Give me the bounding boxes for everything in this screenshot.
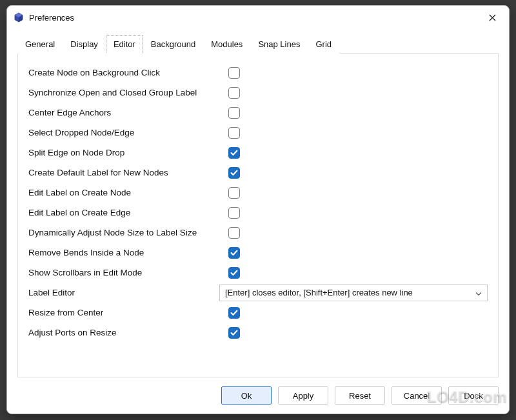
tab-modules[interactable]: Modules bbox=[203, 35, 250, 54]
option-label: Remove Bends Inside a Node bbox=[28, 248, 228, 257]
checkbox[interactable] bbox=[228, 107, 240, 119]
label-editor-value: [Enter] closes editor, [Shift+Enter] cre… bbox=[225, 288, 413, 297]
check-icon bbox=[230, 170, 238, 176]
check-icon bbox=[230, 150, 238, 156]
close-button[interactable] bbox=[483, 8, 501, 26]
dock-button[interactable]: Dock bbox=[448, 386, 499, 405]
tab-editor[interactable]: Editor bbox=[106, 35, 143, 54]
window-title: Preferences bbox=[29, 13, 483, 23]
tab-general[interactable]: General bbox=[17, 35, 63, 54]
cancel-button[interactable]: Cancel bbox=[392, 386, 442, 405]
check-icon bbox=[230, 330, 238, 336]
option-label: Select Dropped Node/Edge bbox=[28, 128, 228, 137]
option-row: Adjust Ports on Resize bbox=[28, 323, 488, 343]
tab-background[interactable]: Background bbox=[143, 35, 203, 54]
option-label: Show Scrollbars in Edit Mode bbox=[28, 268, 228, 277]
titlebar: Preferences bbox=[7, 6, 509, 29]
checkbox[interactable] bbox=[228, 67, 240, 79]
checkbox[interactable] bbox=[228, 267, 240, 279]
option-label: Create Node on Background Click bbox=[28, 68, 228, 77]
option-label: Adjust Ports on Resize bbox=[28, 328, 228, 337]
option-row: Center Edge Anchors bbox=[28, 103, 488, 123]
chevron-down-icon bbox=[475, 288, 482, 297]
label-editor-label: Label Editor bbox=[28, 288, 219, 297]
checkbox[interactable] bbox=[228, 147, 240, 159]
row-label-editor: Label Editor [Enter] closes editor, [Shi… bbox=[28, 283, 488, 303]
app-icon bbox=[14, 12, 24, 23]
option-row: Show Scrollbars in Edit Mode bbox=[28, 263, 488, 283]
tab-grid[interactable]: Grid bbox=[308, 35, 339, 54]
option-row: Dynamically Adjust Node Size to Label Si… bbox=[28, 223, 488, 243]
checkbox[interactable] bbox=[228, 127, 240, 139]
checkbox[interactable] bbox=[228, 87, 240, 99]
checkbox[interactable] bbox=[228, 167, 240, 179]
checkbox[interactable] bbox=[228, 247, 240, 259]
checkbox[interactable] bbox=[228, 307, 240, 319]
preferences-window: Preferences GeneralDisplayEditorBackgrou… bbox=[6, 5, 510, 414]
option-row: Split Edge on Node Drop bbox=[28, 143, 488, 163]
option-label: Synchronize Open and Closed Group Label bbox=[28, 88, 228, 97]
content-area: GeneralDisplayEditorBackgroundModulesSna… bbox=[7, 29, 509, 377]
check-icon bbox=[230, 310, 238, 316]
option-row: Remove Bends Inside a Node bbox=[28, 243, 488, 263]
checkbox[interactable] bbox=[228, 187, 240, 199]
checkbox[interactable] bbox=[228, 227, 240, 239]
option-label: Create Default Label for New Nodes bbox=[28, 168, 228, 177]
checkbox[interactable] bbox=[228, 327, 240, 339]
label-editor-dropdown[interactable]: [Enter] closes editor, [Shift+Enter] cre… bbox=[219, 285, 488, 301]
ok-button[interactable]: Ok bbox=[221, 386, 272, 405]
tab-display[interactable]: Display bbox=[63, 35, 106, 54]
option-label: Resize from Center bbox=[28, 308, 228, 317]
option-row: Create Node on Background Click bbox=[28, 63, 488, 83]
checkbox[interactable] bbox=[228, 207, 240, 219]
button-bar: Ok Apply Reset Cancel Dock bbox=[7, 377, 509, 414]
editor-panel: Create Node on Background ClickSynchroni… bbox=[17, 53, 499, 377]
apply-button[interactable]: Apply bbox=[278, 386, 328, 405]
option-label: Edit Label on Create Edge bbox=[28, 208, 228, 217]
option-row: Resize from Center bbox=[28, 303, 488, 323]
tab-bar: GeneralDisplayEditorBackgroundModulesSna… bbox=[17, 34, 499, 53]
option-label: Split Edge on Node Drop bbox=[28, 148, 228, 157]
close-icon bbox=[489, 14, 496, 21]
option-label: Dynamically Adjust Node Size to Label Si… bbox=[28, 228, 228, 237]
tab-snap-lines[interactable]: Snap Lines bbox=[250, 35, 308, 54]
option-row: Edit Label on Create Node bbox=[28, 183, 488, 203]
option-row: Synchronize Open and Closed Group Label bbox=[28, 83, 488, 103]
option-row: Create Default Label for New Nodes bbox=[28, 163, 488, 183]
option-row: Select Dropped Node/Edge bbox=[28, 123, 488, 143]
check-icon bbox=[230, 270, 238, 276]
reset-button[interactable]: Reset bbox=[335, 386, 385, 405]
option-label: Center Edge Anchors bbox=[28, 108, 228, 117]
option-row: Edit Label on Create Edge bbox=[28, 203, 488, 223]
option-label: Edit Label on Create Node bbox=[28, 188, 228, 197]
check-icon bbox=[230, 250, 238, 256]
